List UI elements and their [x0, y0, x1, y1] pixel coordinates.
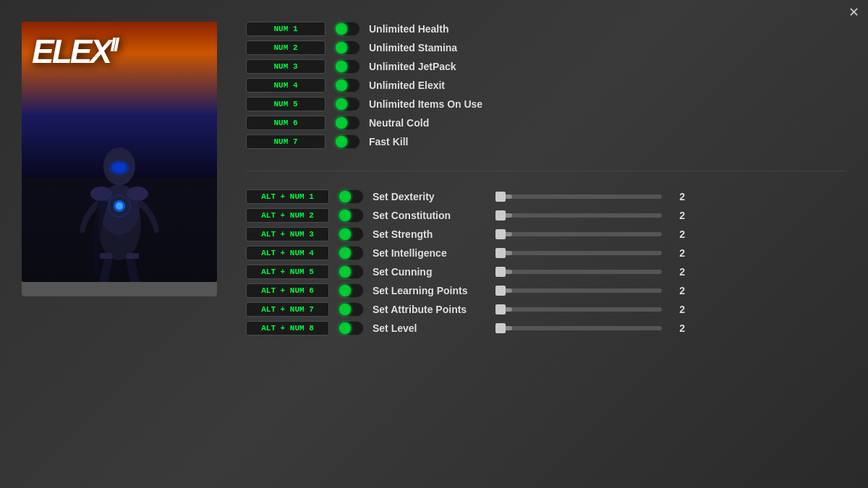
slider-track[interactable]: [495, 232, 662, 236]
slider-track[interactable]: [495, 326, 662, 330]
toggle-row: NUM 1 Unlimited Health: [246, 22, 846, 36]
game-cover: ELEXII: [22, 22, 217, 282]
hotkey-badge: NUM 7: [246, 134, 326, 149]
hotkey-badge: ALT + NUM 8: [246, 321, 329, 335]
slider-label: Set Intelligence: [373, 247, 488, 259]
right-panel: NUM 1 Unlimited Health NUM 2 Unlimited S…: [246, 22, 846, 340]
slider-track[interactable]: [495, 288, 662, 293]
hotkey-badge: ALT + NUM 1: [246, 189, 329, 204]
hotkey-badge: NUM 3: [246, 59, 326, 74]
toggle-switch[interactable]: [338, 283, 364, 298]
left-panel: ELEXII: [22, 22, 217, 296]
toggle-switch[interactable]: [338, 246, 364, 260]
slider-label: Set Constitution: [373, 210, 488, 221]
toggle-row: NUM 6 Neutral Cold: [246, 116, 846, 130]
main-window: ✕ ELEXII: [0, 0, 868, 488]
toggle-knob: [339, 247, 351, 259]
hotkey-badge: ALT + NUM 5: [246, 265, 329, 279]
hotkey-badge: NUM 2: [246, 40, 326, 55]
hotkey-badge: ALT + NUM 7: [246, 302, 329, 317]
slider-value: 2: [671, 266, 685, 278]
toggle-row: NUM 5 Unlimited Items On Use: [246, 97, 846, 111]
toggle-row: NUM 7 Fast Kill: [246, 134, 846, 149]
toggle-knob: [339, 266, 351, 278]
slider-label: Set Learning Points: [373, 285, 488, 296]
option-label: Neutral Cold: [369, 117, 429, 129]
slider-thumb[interactable]: [495, 323, 506, 333]
toggle-knob: [339, 285, 351, 296]
toggle-row: NUM 2 Unlimited Stamina: [246, 40, 846, 55]
toggle-switch[interactable]: [338, 227, 364, 241]
toggle-switch[interactable]: [338, 265, 364, 279]
toggle-switch[interactable]: [334, 97, 360, 111]
option-label: Unlimited Elexit: [369, 80, 445, 91]
slider-track[interactable]: [495, 270, 662, 274]
slider-thumb[interactable]: [495, 286, 506, 296]
toggle-switch[interactable]: [334, 59, 360, 74]
toggle-knob: [336, 61, 347, 72]
slider-value: 2: [671, 322, 685, 334]
toggle-knob: [336, 23, 347, 35]
slider-thumb[interactable]: [495, 192, 506, 202]
slider-thumb[interactable]: [495, 229, 506, 239]
slider-row: ALT + NUM 3 Set Strength 2: [246, 227, 846, 241]
slider-row: ALT + NUM 8 Set Level 2: [246, 321, 846, 335]
svg-rect-7: [100, 253, 113, 259]
close-button[interactable]: ✕: [848, 6, 859, 19]
toggle-knob: [339, 304, 351, 315]
slider-thumb[interactable]: [495, 304, 506, 314]
slider-thumb[interactable]: [495, 210, 506, 221]
toggle-switch[interactable]: [334, 134, 360, 149]
toggle-switch[interactable]: [338, 321, 364, 335]
toggle-knob: [336, 136, 347, 147]
toggle-switch[interactable]: [334, 22, 360, 36]
hotkey-badge: ALT + NUM 3: [246, 227, 329, 241]
toggle-knob: [339, 228, 351, 240]
slider-value: 2: [671, 228, 685, 240]
slider-thumb[interactable]: [495, 267, 506, 277]
toggle-knob: [339, 191, 351, 202]
slider-value: 2: [671, 210, 685, 221]
svg-point-6: [116, 202, 123, 210]
option-label: Unlimited Health: [369, 23, 448, 35]
slider-thumb[interactable]: [495, 248, 506, 258]
svg-point-11: [127, 187, 148, 201]
slider-row: ALT + NUM 4 Set Intelligence 2: [246, 246, 846, 260]
slider-row: ALT + NUM 1 Set Dexterity 2: [246, 189, 846, 204]
toggle-switch[interactable]: [334, 116, 360, 130]
option-label: Unlimited Stamina: [369, 42, 457, 53]
game-logo: ELEXII: [32, 32, 117, 71]
svg-rect-8: [126, 253, 139, 259]
toggle-switch[interactable]: [334, 78, 360, 93]
option-label: Fast Kill: [369, 136, 408, 147]
slider-label: Set Strength: [373, 228, 488, 240]
slider-value: 2: [671, 247, 685, 259]
slider-label: Set Attribute Points: [373, 304, 488, 315]
slider-row: ALT + NUM 7 Set Attribute Points 2: [246, 302, 846, 317]
toggle-knob: [339, 210, 351, 221]
toggle-knob: [336, 98, 347, 110]
character-art: [54, 80, 184, 282]
hotkey-badge: ALT + NUM 2: [246, 208, 329, 223]
slider-label: Set Cunning: [373, 266, 488, 278]
slider-track[interactable]: [495, 194, 662, 199]
toggle-knob: [336, 117, 347, 129]
toggle-switch[interactable]: [334, 40, 360, 55]
toggle-row: NUM 4 Unlimited Elexit: [246, 78, 846, 93]
slider-options-section: ALT + NUM 1 Set Dexterity 2 ALT + NUM 2 …: [246, 189, 846, 335]
slider-track[interactable]: [495, 213, 662, 218]
toggle-switch[interactable]: [338, 302, 364, 317]
slider-label: Set Level: [373, 322, 488, 334]
toggle-switch[interactable]: [338, 189, 364, 204]
slider-track[interactable]: [495, 307, 662, 312]
option-label: Unlimited Items On Use: [369, 98, 482, 110]
hotkey-badge: ALT + NUM 4: [246, 246, 329, 260]
slider-row: ALT + NUM 2 Set Constitution 2: [246, 208, 846, 223]
slider-value: 2: [671, 191, 685, 202]
svg-point-4: [112, 163, 127, 173]
hotkey-badge: ALT + NUM 6: [246, 283, 329, 298]
trainer-label: [22, 282, 217, 296]
slider-track[interactable]: [495, 251, 662, 255]
option-label: Unlimited JetPack: [369, 61, 456, 72]
toggle-switch[interactable]: [338, 208, 364, 223]
